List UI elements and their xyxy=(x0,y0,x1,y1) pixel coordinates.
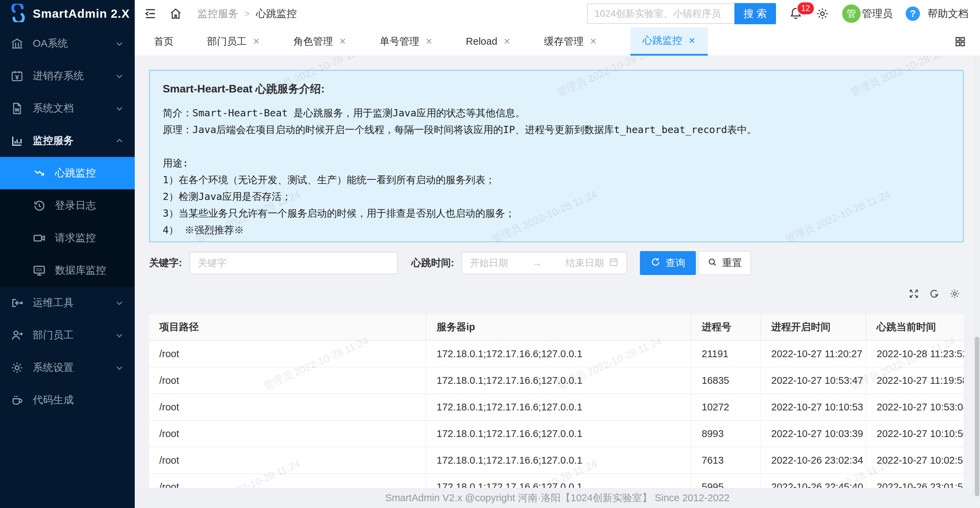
notification-bell[interactable]: 12 xyxy=(789,7,803,21)
col-header-process-start-time: 进程开启时间 xyxy=(760,314,866,341)
sidebar-item-login-log[interactable]: 登录日志 xyxy=(0,190,135,222)
tab-home[interactable]: 首页 xyxy=(154,27,173,56)
search-icon xyxy=(707,257,718,269)
query-button-label: 查询 xyxy=(665,256,685,270)
cell-heartbeat-time: 2022-10-27 11:19:58 xyxy=(866,367,964,394)
sidebar-item-label: 登录日志 xyxy=(55,199,124,213)
alert-line: 原理：Java后端会在项目启动的时候开启一个线程，每隔一段时间将该应用的IP、进… xyxy=(163,121,950,138)
close-icon[interactable]: ✕ xyxy=(503,37,511,46)
end-date-placeholder: 结束日期 xyxy=(566,256,604,269)
sidebar-item-heartbeat-monitor[interactable]: 心跳监控 xyxy=(0,157,135,190)
sidebar-item-monitor-service[interactable]: 监控服务 xyxy=(0,124,135,157)
tab-serial-manage[interactable]: 单号管理 ✕ xyxy=(380,27,433,56)
sidebar-item-inventory-system[interactable]: 进销存系统 xyxy=(0,60,135,92)
sidebar-item-label: 心跳监控 xyxy=(55,166,124,180)
app-logo[interactable]: SmartAdmin 2.X xyxy=(0,0,135,27)
user-switch-icon xyxy=(10,328,24,342)
sidebar-item-ops-tools[interactable]: 运维工具 xyxy=(0,287,135,319)
cell-project-path: /root xyxy=(149,341,426,367)
question-icon: ? xyxy=(906,6,920,21)
stock-line-icon xyxy=(32,167,46,180)
close-icon[interactable]: ✕ xyxy=(253,37,260,46)
alert-line: 简介：Smart-Heart-Beat 是心跳服务，用于监测Java应用的状态等… xyxy=(163,105,950,121)
close-icon[interactable]: ✕ xyxy=(688,36,695,46)
logo-icon xyxy=(9,4,27,24)
table-row[interactable]: /root 172.18.0.1;172.17.16.6;127.0.0.1 2… xyxy=(149,341,964,367)
filter-row: 关键字: 心跳时间: 开始日期 → 结束日期 查 xyxy=(149,252,751,275)
app-root: SmartAdmin 2.X OA系统 进销存系统 xyxy=(0,0,980,508)
date-range-picker[interactable]: 开始日期 → 结束日期 xyxy=(461,252,627,274)
keyword-input[interactable] xyxy=(190,252,398,274)
table-row[interactable]: /root 172.18.0.1;172.17.16.6;127.0.0.1 7… xyxy=(149,447,964,473)
topbar: 监控服务 > 心跳监控 搜 索 12 xyxy=(135,0,980,27)
sidebar-item-request-monitor[interactable]: 请求监控 xyxy=(0,222,135,254)
close-icon[interactable]: ✕ xyxy=(339,37,346,46)
heartbeat-intro-alert: Smart-Heart-Beat 心跳服务介绍: 简介：Smart-Heart-… xyxy=(149,70,964,242)
menu-fold-icon[interactable] xyxy=(143,7,157,21)
breadcrumb-section[interactable]: 监控服务 xyxy=(197,7,239,21)
bar-chart-icon xyxy=(10,134,24,148)
notification-badge: 12 xyxy=(797,2,815,15)
alert-line: 3）当某些业务只允许有一个服务启动的时候，用于排查是否别人也启动的服务； xyxy=(163,205,950,222)
gear-icon[interactable] xyxy=(816,7,829,21)
vertical-scrollbar[interactable] xyxy=(974,56,980,508)
close-icon[interactable]: ✕ xyxy=(590,37,597,46)
table-header-row: 项目路径 服务器ip 进程号 进程开启时间 心跳当前时间 xyxy=(149,314,964,341)
home-icon[interactable] xyxy=(169,7,183,21)
search-input[interactable] xyxy=(587,3,734,24)
alert-line: 1）在各个环境（无论开发、测试、生产）能统一看到所有启动的服务列表； xyxy=(163,172,950,188)
cell-server-ip: 172.18.0.1;172.17.16.6;127.0.0.1 xyxy=(426,420,691,447)
search-button[interactable]: 搜 索 xyxy=(734,3,776,24)
chevron-down-icon xyxy=(114,330,124,341)
cell-pid: 10272 xyxy=(691,394,760,420)
alert-title: Smart-Heart-Beat 心跳服务介绍: xyxy=(163,81,950,97)
sidebar-item-system-docs[interactable]: 系统文档 xyxy=(0,92,135,124)
cell-server-ip: 172.18.0.1;172.17.16.6;127.0.0.1 xyxy=(426,473,691,488)
sidebar-item-code-generate[interactable]: 代码生成 xyxy=(0,384,135,416)
heartbeat-table: 项目路径 服务器ip 进程号 进程开启时间 心跳当前时间 /root 172.1… xyxy=(149,314,964,488)
sidebar-item-system-settings[interactable]: 系统设置 xyxy=(0,351,135,384)
user-name: 管理员 xyxy=(862,7,892,21)
tab-heartbeat-monitor[interactable]: 心跳监控 ✕ xyxy=(630,27,708,56)
sidebar-item-oa-system[interactable]: OA系统 xyxy=(0,27,135,60)
user-menu[interactable]: 管 管理员 xyxy=(842,5,892,23)
sidebar-item-database-monitor[interactable]: SQL 数据库监控 xyxy=(0,254,135,287)
tab-role-manage[interactable]: 角色管理 ✕ xyxy=(293,27,346,56)
cell-project-path: /root xyxy=(149,394,426,420)
cell-heartbeat-time: 2022-10-27 10:53:04 xyxy=(866,394,964,420)
query-button[interactable]: 查询 xyxy=(640,251,696,275)
reset-button[interactable]: 重置 xyxy=(698,251,751,275)
table-row[interactable]: /root 172.18.0.1;172.17.16.6;127.0.0.1 1… xyxy=(149,394,964,420)
alert-line: 用途: xyxy=(163,155,950,172)
cell-process-start-time: 2022-10-27 10:10:53 xyxy=(760,394,866,420)
cell-server-ip: 172.18.0.1;172.17.16.6;127.0.0.1 xyxy=(426,367,691,394)
sidebar-nav: OA系统 进销存系统 系统文档 xyxy=(0,27,135,508)
tab-label: 缓存管理 xyxy=(544,35,584,48)
help-docs-link[interactable]: ? 帮助文档 xyxy=(906,6,969,21)
gear-icon[interactable] xyxy=(949,288,960,299)
tab-label: 首页 xyxy=(154,35,173,48)
page-content: 管理员 2022-10-28 11:24 管理员 2022-10-28 11:2… xyxy=(135,56,980,508)
sidebar-submenu-monitor: 心跳监控 登录日志 请求监控 SQL xyxy=(0,157,135,287)
sidebar-item-label: 监控服务 xyxy=(33,134,114,148)
scrollbar-thumb[interactable] xyxy=(975,337,979,497)
table-row[interactable]: /root 172.18.0.1;172.17.16.6;127.0.0.1 1… xyxy=(149,367,964,394)
bell-icon xyxy=(789,16,803,21)
sidebar-item-label: 部门员工 xyxy=(33,328,114,342)
chevron-down-icon xyxy=(114,363,124,373)
file-word-icon xyxy=(10,102,24,115)
tab-cache-manage[interactable]: 缓存管理 ✕ xyxy=(544,27,597,56)
close-icon[interactable]: ✕ xyxy=(425,37,433,46)
tab-department-staff[interactable]: 部门员工 ✕ xyxy=(207,27,260,56)
gear-icon xyxy=(10,361,24,374)
col-header-server-ip: 服务器ip xyxy=(426,314,691,341)
sidebar: SmartAdmin 2.X OA系统 进销存系统 xyxy=(0,0,135,508)
table-row[interactable]: /root 172.18.0.1;172.17.16.6;127.0.0.1 5… xyxy=(149,473,964,488)
sidebar-item-department-staff[interactable]: 部门员工 xyxy=(0,319,135,351)
refresh-icon[interactable] xyxy=(929,288,940,299)
fullscreen-icon[interactable] xyxy=(908,288,919,299)
table-row[interactable]: /root 172.18.0.1;172.17.16.6;127.0.0.1 8… xyxy=(149,420,964,447)
tab-reload[interactable]: Reload ✕ xyxy=(466,27,511,56)
cell-server-ip: 172.18.0.1;172.17.16.6;127.0.0.1 xyxy=(426,447,691,473)
grid-icon[interactable] xyxy=(954,27,966,56)
